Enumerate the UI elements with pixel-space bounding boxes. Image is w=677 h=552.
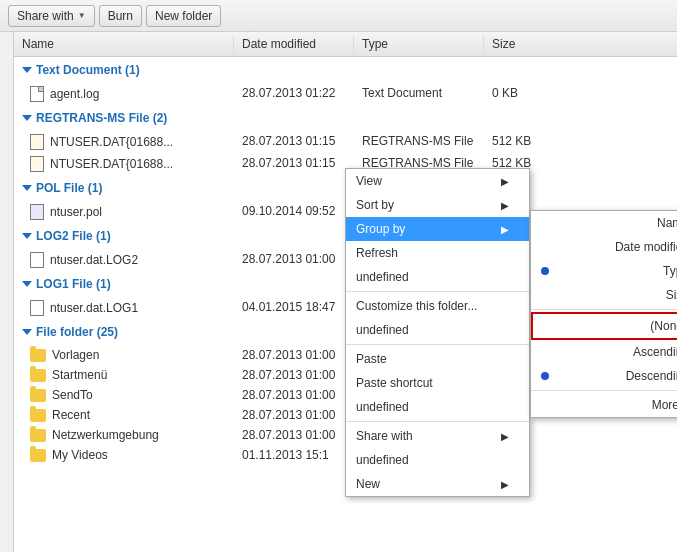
group-label-0: Text Document (1)	[36, 63, 140, 77]
file-name: Startmenü	[52, 368, 107, 382]
file-name: NTUSER.DAT{01688...	[50, 157, 173, 171]
file-name: agent.log	[50, 87, 99, 101]
submenu-item-group-size[interactable]: Size	[531, 283, 677, 307]
group-header-cell-3: LOG2 File (1)	[14, 227, 234, 245]
menu-item-refresh[interactable]: Refresh	[346, 241, 529, 265]
burn-button[interactable]: Burn	[99, 5, 142, 27]
reg-icon	[30, 156, 44, 172]
submenu-dot-group-date	[541, 243, 549, 251]
file-type: REGTRANS-MS File	[354, 132, 484, 152]
menu-item-label-view: View	[356, 174, 382, 188]
menu-item-undefined[interactable]: undefined	[346, 395, 529, 419]
submenu-dot-group-type	[541, 267, 549, 275]
submenu-label-group-size: Size	[666, 288, 677, 302]
group-triangle-0	[22, 67, 32, 73]
menu-item-label-group-by: Group by	[356, 222, 405, 236]
folder-icon	[30, 369, 46, 382]
submenu-item-group-desc[interactable]: Descending	[531, 364, 677, 388]
group-label-2: POL File (1)	[36, 181, 102, 195]
submenu-item-group-type[interactable]: Type	[531, 259, 677, 283]
col-size[interactable]: Size	[484, 35, 554, 53]
menu-item-view[interactable]: View ▶	[346, 169, 529, 193]
file-name-cell: agent.log	[14, 84, 234, 104]
file-name-cell: NTUSER.DAT{01688...	[14, 154, 234, 174]
folder-icon	[30, 409, 46, 422]
file-date: 28.07.2013 01:00	[234, 426, 354, 444]
file-date: 28.07.2013 01:15	[234, 132, 354, 152]
file-name-cell: Recent	[14, 406, 234, 424]
submenu-label-group-date: Date modified	[615, 240, 677, 254]
file-name: ntuser.dat.LOG1	[50, 301, 138, 315]
submenu-label-group-desc: Descending	[626, 369, 677, 383]
submenu-item-group-date[interactable]: Date modified	[531, 235, 677, 259]
col-name[interactable]: Name	[14, 35, 234, 53]
folder-icon	[30, 449, 46, 462]
file-date: 28.07.2013 01:00	[234, 366, 354, 384]
submenu-sep	[531, 309, 677, 310]
menu-item-label-undefined: undefined	[356, 453, 409, 467]
new-folder-button[interactable]: New folder	[146, 5, 221, 27]
file-date: 28.07.2013 01:15	[234, 154, 354, 174]
menu-item-undefined[interactable]: undefined	[346, 318, 529, 342]
menu-item-label-customize: Customize this folder...	[356, 299, 477, 313]
share-with-label: Share with	[17, 9, 74, 23]
col-date[interactable]: Date modified	[234, 35, 354, 53]
log-icon	[30, 252, 44, 268]
submenu-dot-group-asc	[541, 348, 549, 356]
file-row[interactable]: NTUSER.DAT{01688... 28.07.2013 01:15 REG…	[14, 131, 677, 153]
menu-item-label-paste-shortcut: Paste shortcut	[356, 376, 433, 390]
menu-sep	[346, 421, 529, 422]
file-name: SendTo	[52, 388, 93, 402]
file-name-cell: SendTo	[14, 386, 234, 404]
file-name: My Videos	[52, 448, 108, 462]
file-size: 512 KB	[484, 132, 554, 152]
menu-item-paste-shortcut[interactable]: Paste shortcut	[346, 371, 529, 395]
file-name-cell: ntuser.pol	[14, 202, 234, 222]
file-date: 04.01.2015 18:47	[234, 298, 354, 318]
submenu-dot-group-size	[541, 291, 549, 299]
submenu-dot-group-desc	[541, 372, 549, 380]
submenu-item-group-name[interactable]: Name	[531, 211, 677, 235]
txt-icon	[30, 86, 44, 102]
group-label-4: LOG1 File (1)	[36, 277, 111, 291]
submenu-dot-group-none	[543, 322, 551, 330]
submenu-label-group-none: (None)	[650, 319, 677, 333]
file-name: NTUSER.DAT{01688...	[50, 135, 173, 149]
file-name-cell: Netzwerkumgebung	[14, 426, 234, 444]
menu-item-undefined[interactable]: undefined	[346, 448, 529, 472]
file-row[interactable]: agent.log 28.07.2013 01:22 Text Document…	[14, 83, 677, 105]
group-header-cell-5: File folder (25)	[14, 323, 234, 341]
menu-item-share-with[interactable]: Share with ▶	[346, 424, 529, 448]
menu-arrow-view: ▶	[501, 176, 509, 187]
menu-item-paste[interactable]: Paste	[346, 347, 529, 371]
menu-arrow-sort-by: ▶	[501, 200, 509, 211]
menu-item-label-undefined: undefined	[356, 323, 409, 337]
burn-label: Burn	[108, 9, 133, 23]
submenu-dot-group-more	[541, 401, 549, 409]
new-folder-label: New folder	[155, 9, 212, 23]
menu-item-label-share-with: Share with	[356, 429, 413, 443]
submenu-item-group-none[interactable]: (None)	[531, 312, 677, 340]
submenu-label-group-asc: Ascending	[633, 345, 677, 359]
menu-item-new[interactable]: New ▶	[346, 472, 529, 496]
file-type: Text Document	[354, 84, 484, 104]
menu-item-group-by[interactable]: Group by ▶	[346, 217, 529, 241]
file-name-cell: NTUSER.DAT{01688...	[14, 132, 234, 152]
menu-item-undefined[interactable]: undefined	[346, 265, 529, 289]
submenu-item-group-asc[interactable]: Ascending	[531, 340, 677, 364]
file-date: 28.07.2013 01:00	[234, 406, 354, 424]
menu-item-customize[interactable]: Customize this folder...	[346, 294, 529, 318]
share-with-button[interactable]: Share with ▼	[8, 5, 95, 27]
menu-item-label-paste: Paste	[356, 352, 387, 366]
col-type[interactable]: Type	[354, 35, 484, 53]
group-header-1: REGTRANS-MS File (2)	[14, 105, 677, 131]
group-triangle-1	[22, 115, 32, 121]
file-date: 28.07.2013 01:00	[234, 346, 354, 364]
left-nav	[0, 32, 14, 552]
file-name-cell: ntuser.dat.LOG1	[14, 298, 234, 318]
menu-item-sort-by[interactable]: Sort by ▶	[346, 193, 529, 217]
folder-icon	[30, 349, 46, 362]
file-name: ntuser.pol	[50, 205, 102, 219]
submenu-sep	[531, 390, 677, 391]
submenu-item-group-more[interactable]: More...	[531, 393, 677, 417]
